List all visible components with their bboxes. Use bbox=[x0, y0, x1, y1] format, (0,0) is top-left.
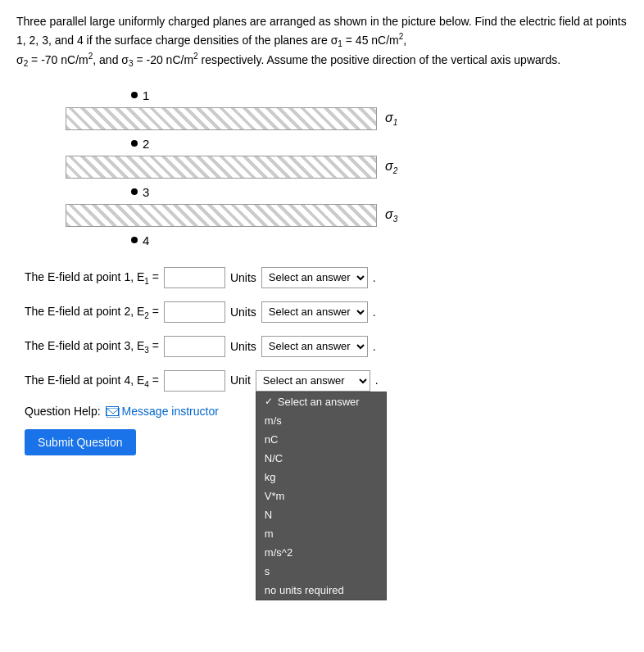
plane2-row: σ2 bbox=[66, 156, 397, 179]
dd-item-no-units[interactable]: no units required bbox=[256, 581, 386, 600]
e2-label: The E-field at point 2, E2 = bbox=[25, 305, 159, 320]
e3-label: The E-field at point 3, E3 = bbox=[25, 339, 159, 355]
e4-label: The E-field at point 4, E4 = bbox=[25, 374, 159, 389]
point2-label: 2 bbox=[131, 137, 149, 151]
plane1-row: σ1 bbox=[66, 107, 397, 130]
sigma1-label: σ1 bbox=[385, 111, 397, 127]
e2-row: The E-field at point 2, E2 = Units Selec… bbox=[25, 301, 628, 323]
dd-item-kg[interactable]: kg bbox=[256, 468, 386, 487]
point1-label: 1 bbox=[131, 88, 149, 102]
point3-label: 3 bbox=[131, 185, 149, 199]
point2-number: 2 bbox=[143, 137, 149, 151]
dd-item-ms[interactable]: m/s bbox=[256, 411, 386, 430]
point2-bullet bbox=[131, 140, 138, 147]
e1-input[interactable] bbox=[164, 267, 225, 288]
point3-number: 3 bbox=[143, 185, 149, 199]
dd-item-ms2[interactable]: m/s^2 bbox=[256, 543, 386, 562]
dd-item-select-answer[interactable]: Select an answer bbox=[256, 392, 386, 411]
point4-label: 4 bbox=[131, 233, 149, 247]
e2-input[interactable] bbox=[164, 301, 225, 323]
plane1 bbox=[66, 107, 377, 130]
dd-item-nc-unit[interactable]: N/C bbox=[256, 449, 386, 468]
dd-item-nc[interactable]: nC bbox=[256, 430, 386, 449]
point3-bullet bbox=[131, 188, 138, 195]
submit-button[interactable]: Submit Question bbox=[25, 429, 136, 455]
e3-input[interactable] bbox=[164, 336, 225, 357]
message-instructor-link[interactable]: Message instructor bbox=[106, 405, 219, 418]
plane2 bbox=[66, 156, 377, 179]
e3-row: The E-field at point 3, E3 = Units Selec… bbox=[25, 336, 628, 357]
diagram: 1 σ1 2 σ2 3 σ3 4 bbox=[66, 84, 628, 251]
e1-row: The E-field at point 1, E1 = Units Selec… bbox=[25, 267, 628, 288]
e2-units-select[interactable]: Select an answer m/s nC N/C kg V*m N m m… bbox=[261, 301, 368, 323]
sigma2-label: σ2 bbox=[385, 159, 397, 175]
e4-dropdown-overlay: Select an answer m/s nC N/C kg V*m N m m… bbox=[256, 392, 387, 600]
e4-row: The E-field at point 4, E4 = Unit Select… bbox=[25, 370, 628, 392]
e4-units-dropdown-container[interactable]: Select an answer m/s nC N/C kg V*m N m m… bbox=[256, 370, 370, 392]
e4-units-label: Unit bbox=[230, 374, 251, 387]
fields-section: The E-field at point 1, E1 = Units Selec… bbox=[25, 267, 628, 392]
e1-units-label: Units bbox=[230, 271, 256, 284]
e2-units-label: Units bbox=[230, 306, 256, 319]
e2-period: . bbox=[373, 306, 376, 319]
e3-units-select[interactable]: Select an answer m/s nC N/C kg V*m N m m… bbox=[261, 336, 368, 357]
plane3 bbox=[66, 204, 377, 227]
dd-item-s[interactable]: s bbox=[256, 562, 386, 581]
point1-number: 1 bbox=[143, 88, 149, 102]
message-instructor-label: Message instructor bbox=[122, 405, 219, 418]
dd-item-vm[interactable]: V*m bbox=[256, 487, 386, 505]
dd-item-m[interactable]: m bbox=[256, 524, 386, 543]
e3-period: . bbox=[373, 340, 376, 353]
e4-units-select[interactable]: Select an answer m/s nC N/C kg V*m N m m… bbox=[256, 370, 370, 392]
e1-units-select[interactable]: Select an answer m/s nC N/C kg V*m N m m… bbox=[261, 267, 368, 288]
question-help-label: Question Help: bbox=[25, 405, 101, 418]
e4-period: . bbox=[375, 374, 379, 387]
e4-input[interactable] bbox=[164, 370, 225, 392]
point4-number: 4 bbox=[143, 233, 149, 247]
point1-bullet bbox=[131, 92, 138, 98]
dd-item-n[interactable]: N bbox=[256, 505, 386, 524]
e1-label: The E-field at point 1, E1 = bbox=[25, 270, 159, 286]
point4-bullet bbox=[131, 237, 138, 243]
sigma3-label: σ3 bbox=[385, 207, 397, 224]
problem-text: Three parallel large uniformly charged p… bbox=[16, 13, 628, 70]
e1-period: . bbox=[373, 271, 376, 284]
plane3-row: σ3 bbox=[66, 204, 397, 227]
e3-units-label: Units bbox=[230, 340, 256, 353]
email-icon bbox=[106, 406, 119, 416]
